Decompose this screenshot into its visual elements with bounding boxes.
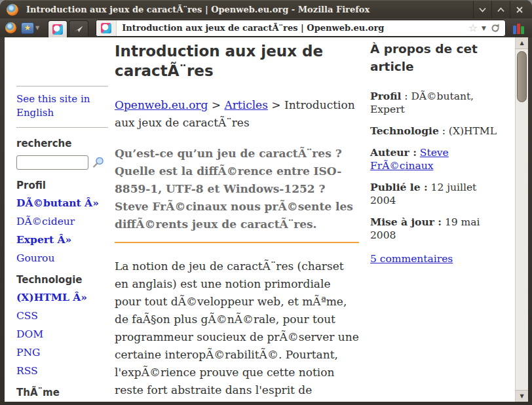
site-logo-placeholder xyxy=(16,37,108,86)
chevron-down-icon: ▼ xyxy=(35,25,39,31)
library-icon xyxy=(513,26,516,34)
divider xyxy=(16,86,108,87)
bookmark-star-icon[interactable]: ☆ xyxy=(468,23,478,33)
location-bar[interactable]: Introduction aux jeux de caractÃ¨res | O… xyxy=(96,20,506,37)
window-title: Introduction aux jeux de caractÃ¨res | O… xyxy=(26,5,473,14)
library-icon xyxy=(521,26,524,34)
chevron-down-icon xyxy=(478,6,487,14)
sidebar-item-decideur[interactable]: DÃ©cideur xyxy=(16,216,75,227)
list-item: DÃ©butant Â» xyxy=(16,197,108,209)
paper-plane-icon xyxy=(73,24,84,34)
list-item: PNG xyxy=(16,347,108,358)
list-item: (X)HTML Â» xyxy=(16,292,108,303)
list-item: RSS xyxy=(16,365,108,377)
reload-button[interactable] xyxy=(490,23,501,33)
location-dropdown-button[interactable]: ▼ xyxy=(482,25,486,31)
star-icon: ★ xyxy=(24,24,31,31)
close-icon xyxy=(516,6,523,14)
list-item: Gourou xyxy=(16,252,108,264)
scroll-up-button[interactable]: ▲ xyxy=(516,37,528,49)
openweb-favicon-icon xyxy=(101,23,111,33)
scroll-down-button[interactable]: ▼ xyxy=(516,390,528,402)
library-button[interactable] xyxy=(510,22,527,34)
divider xyxy=(16,127,108,128)
search-submit-button[interactable] xyxy=(92,156,105,169)
accent-divider xyxy=(115,242,359,243)
sidebar-section-title: Technologie xyxy=(16,274,108,286)
about-heading: À propos de cet article xyxy=(370,40,503,75)
about-item-technologie: Technologie : (X)HTML xyxy=(370,125,503,138)
tab-openweb[interactable] xyxy=(48,20,67,37)
page-title: Introduction aux jeux de caractÃ¨res xyxy=(115,41,359,81)
about-item-profil: Profil : DÃ©butant, Expert xyxy=(370,90,503,116)
sidebar-item-dom[interactable]: DOM xyxy=(16,328,43,340)
scrollbar-track[interactable] xyxy=(516,49,528,390)
list-item: DÃ©cideur xyxy=(16,216,108,227)
scroll-down-icon: ▼ xyxy=(520,394,523,399)
list-item: CSS xyxy=(16,310,108,322)
vertical-scrollbar: ▲ ▼ xyxy=(515,37,528,402)
sidebar: See this site in English recherche Profi… xyxy=(16,37,108,402)
location-text: Introduction aux jeux de caractÃ¨res | O… xyxy=(117,23,464,33)
list-item: Expert Â» xyxy=(16,234,108,246)
language-switch-link[interactable]: See this site in English xyxy=(16,93,90,119)
breadcrumb-articles-link[interactable]: Articles xyxy=(224,98,267,111)
close-window-button[interactable] xyxy=(510,1,528,18)
sidebar-section-title: Profil xyxy=(16,180,108,191)
maximize-window-button[interactable] xyxy=(491,1,510,18)
search-input[interactable] xyxy=(16,155,88,170)
list-item: DOM xyxy=(16,328,108,340)
scroll-up-icon: ▲ xyxy=(520,41,523,46)
article-intro: Qu’est-ce qu’un jeu de caractÃ¨res ? Que… xyxy=(115,145,359,233)
bookmarks-menu-button[interactable]: ★ ▼ xyxy=(21,22,39,34)
about-article-panel: À propos de cet article Profil : DÃ©buta… xyxy=(370,37,503,265)
scrollbar-thumb[interactable] xyxy=(517,51,527,102)
about-item-publie: Publié le : 12 juillet 2004 xyxy=(370,181,503,207)
firefox-window: Introduction aux jeux de caractÃ¨res | O… xyxy=(0,0,532,405)
window-controls xyxy=(473,1,528,18)
sidebar-item-expert[interactable]: Expert Â» xyxy=(16,233,71,246)
comments-link[interactable]: 5 commentaires xyxy=(370,252,453,265)
navigation-toolbar: ★ ▼ Introduction aux jeux de caractÃ¨res… xyxy=(0,18,532,37)
browser-viewport: See this site in English recherche Profi… xyxy=(5,37,528,402)
sidebar-item-png[interactable]: PNG xyxy=(16,347,40,358)
sidebar-item-xhtml[interactable]: (X)HTML Â» xyxy=(16,291,87,303)
tab-strip xyxy=(48,20,88,37)
openweb-favicon-icon xyxy=(52,24,63,35)
article-paragraph: La notion de jeu de caractÃ¨res (charset… xyxy=(115,258,359,402)
library-icon xyxy=(517,24,520,34)
firefox-menu-button[interactable] xyxy=(5,22,16,33)
tab-secondary[interactable] xyxy=(69,20,88,36)
chevron-up-icon xyxy=(497,6,505,14)
sidebar-section-title: ThÃ¨me xyxy=(16,387,108,398)
sidebar-item-rss[interactable]: RSS xyxy=(16,365,38,377)
shade-window-button[interactable] xyxy=(473,1,491,18)
about-item-auteur: Auteur : Steve FrÃ©cinaux xyxy=(370,146,503,172)
page-content: See this site in English recherche Profi… xyxy=(5,37,515,402)
about-item-mise-a-jour: Mise à jour : 19 mai 2008 xyxy=(370,216,503,242)
firefox-logo-icon xyxy=(7,4,18,16)
breadcrumb: Openweb.eu.org > Articles > Introduction… xyxy=(115,96,359,132)
window-titlebar: Introduction aux jeux de caractÃ¨res | O… xyxy=(0,0,532,18)
sidebar-item-debutant[interactable]: DÃ©butant Â» xyxy=(16,197,99,209)
article-main: Introduction aux jeux de caractÃ¨res Ope… xyxy=(115,37,359,402)
sidebar-item-gourou[interactable]: Gourou xyxy=(16,252,54,264)
breadcrumb-home-link[interactable]: Openweb.eu.org xyxy=(115,98,208,111)
sidebar-item-css[interactable]: CSS xyxy=(16,310,38,322)
search-title: recherche xyxy=(16,138,108,149)
